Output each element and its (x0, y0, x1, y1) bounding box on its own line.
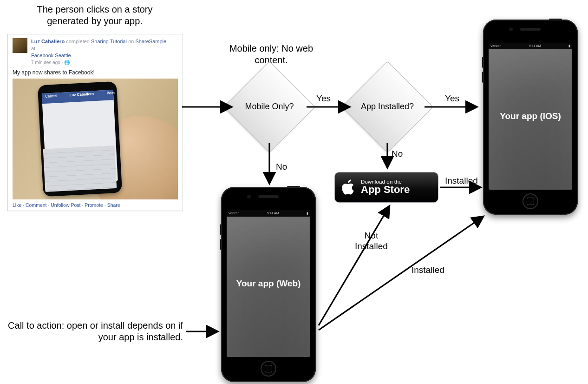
edge-label-not-installed: Not Installed (355, 231, 388, 252)
app-store-badge[interactable]: Download on the App Store (334, 172, 438, 203)
phone-your-app-web: Verizon 9:41 AM ▮ Your app (Web) (221, 187, 316, 382)
battery-icon: ▮ (568, 44, 570, 48)
action-verb: completed (66, 39, 90, 44)
facebook-story-card[interactable]: Luz Caballero completed Sharing Tutorial… (7, 34, 183, 211)
story-header-text: Luz Caballero completed Sharing Tutorial… (31, 38, 178, 66)
app-name: ShareSample. (135, 39, 168, 44)
battery-icon: ▮ (307, 212, 308, 216)
phone-web-label: Your app (Web) (236, 278, 301, 289)
diagram-canvas: The person clicks on a story generated b… (0, 0, 588, 384)
status-time: 9:41 AM (267, 212, 279, 216)
home-button-icon (261, 361, 276, 377)
phone-ios-label: Your app (iOS) (500, 111, 561, 122)
svg-line-8 (319, 217, 483, 330)
decision-mobile-only: Mobile Only? (237, 74, 302, 139)
apple-logo-icon (341, 179, 355, 196)
compose-post: Post (106, 91, 115, 95)
object-name: Sharing Tutorial (91, 39, 127, 44)
svg-line-7 (319, 206, 389, 325)
status-carrier: Verizon (490, 44, 501, 48)
caption-click-story: The person clicks on a story generated b… (20, 4, 169, 27)
status-carrier: Verizon (229, 212, 239, 216)
edge-label-no-2: No (392, 149, 403, 159)
compose-cancel: Cancel (45, 94, 57, 99)
home-button-icon (523, 193, 538, 209)
edge-label-yes-2: Yes (445, 93, 459, 104)
decision-app-installed-label: App Installed? (355, 74, 420, 139)
status-time: 9:41 AM (529, 44, 541, 48)
story-actions[interactable]: Like · Comment · Unfollow Post · Promote… (13, 202, 178, 208)
story-photo[interactable]: Cancel Luz Caballero Post (13, 79, 178, 199)
appstore-line2: App Store (361, 184, 410, 196)
story-timestamp: 7 minutes ago · 🌐 (31, 60, 178, 66)
edge-label-no-1: No (276, 162, 287, 172)
place-name: Facebook Seattle (31, 53, 71, 58)
caption-cta: Call to action: open or install depends … (7, 320, 183, 343)
author-name: Luz Caballero (31, 39, 65, 44)
avatar (13, 38, 27, 53)
decision-mobile-only-label: Mobile Only? (237, 74, 302, 139)
decision-app-installed: App Installed? (355, 74, 420, 139)
edge-label-installed-2: Installed (412, 265, 444, 275)
story-body-text: My app now shares to Facebook! (13, 69, 178, 76)
edge-label-installed-1: Installed (445, 176, 478, 186)
action-prep: on (128, 39, 134, 44)
phone-your-app-ios: Verizon 9:41 AM ▮ Your app (iOS) (483, 20, 578, 215)
edge-label-yes-1: Yes (316, 93, 331, 104)
